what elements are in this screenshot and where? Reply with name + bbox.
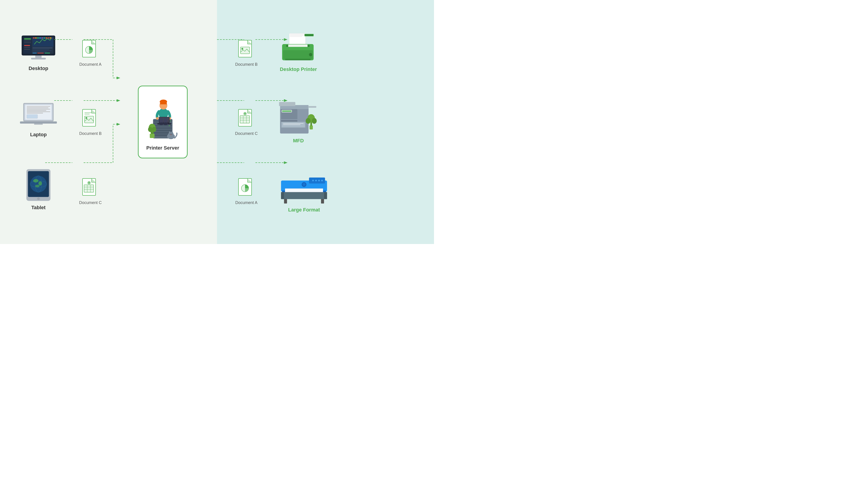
doc-a-left-icon bbox=[81, 39, 99, 59]
svg-point-190 bbox=[303, 183, 305, 186]
doc-c-left-icon bbox=[81, 177, 99, 198]
svg-rect-13 bbox=[33, 49, 49, 50]
large-format-icon bbox=[278, 169, 330, 205]
svg-point-44 bbox=[30, 176, 47, 193]
large-format-label: Large Format bbox=[288, 207, 320, 213]
svg-rect-146 bbox=[290, 35, 305, 36]
svg-rect-158 bbox=[279, 102, 296, 106]
svg-point-175 bbox=[312, 118, 317, 124]
svg-point-110 bbox=[163, 123, 168, 125]
doc-a-right-item: Document A bbox=[235, 177, 257, 205]
svg-rect-26 bbox=[46, 37, 47, 39]
svg-rect-6 bbox=[24, 41, 31, 41]
left-panel: Desktop bbox=[0, 0, 217, 244]
svg-rect-34 bbox=[27, 109, 50, 109]
svg-rect-149 bbox=[305, 35, 313, 36]
svg-rect-166 bbox=[283, 125, 301, 125]
svg-point-93 bbox=[168, 132, 174, 136]
doc-b-right-icon bbox=[237, 39, 255, 59]
svg-point-182 bbox=[315, 180, 317, 182]
svg-rect-79 bbox=[154, 127, 172, 129]
svg-rect-17 bbox=[37, 53, 43, 54]
svg-rect-25 bbox=[43, 37, 45, 39]
svg-point-174 bbox=[306, 118, 311, 124]
svg-rect-171 bbox=[310, 125, 313, 129]
svg-rect-37 bbox=[27, 113, 43, 113]
doc-b-left-item: Document B bbox=[79, 108, 101, 136]
desktop-printer-icon bbox=[278, 31, 319, 65]
svg-rect-68 bbox=[84, 185, 94, 192]
svg-rect-169 bbox=[282, 131, 305, 131]
svg-rect-23 bbox=[39, 37, 41, 39]
svg-rect-27 bbox=[48, 37, 49, 39]
svg-rect-1 bbox=[31, 58, 46, 59]
svg-rect-178 bbox=[321, 199, 324, 203]
svg-point-102 bbox=[156, 117, 158, 120]
svg-point-184 bbox=[321, 180, 323, 182]
svg-rect-147 bbox=[290, 36, 302, 37]
tablet-icon bbox=[25, 168, 52, 202]
laptop-icon bbox=[18, 102, 59, 129]
mfd-icon bbox=[278, 98, 319, 136]
doc-b-right-label: Document B bbox=[235, 62, 257, 67]
doc-a-right-icon bbox=[237, 177, 255, 198]
svg-rect-87 bbox=[150, 134, 155, 138]
printer-desktop-item: Desktop Printer bbox=[278, 31, 319, 72]
svg-point-154 bbox=[309, 53, 312, 56]
doc-c-right-label: Document C bbox=[235, 131, 258, 136]
server-label: Printer Server bbox=[146, 145, 179, 151]
laptop-label: Laptop bbox=[30, 132, 46, 138]
doc-c-right-item: Document C bbox=[235, 108, 258, 136]
svg-rect-188 bbox=[281, 192, 327, 199]
svg-rect-162 bbox=[281, 121, 298, 122]
svg-point-181 bbox=[312, 180, 314, 182]
svg-rect-35 bbox=[27, 110, 46, 111]
doc-a-left-label: Document A bbox=[79, 62, 101, 67]
svg-rect-40 bbox=[20, 121, 57, 124]
doc-a-right-label: Document A bbox=[235, 200, 257, 205]
svg-point-50 bbox=[37, 197, 40, 200]
svg-point-61 bbox=[86, 117, 87, 119]
doc-b-right-item: Document B bbox=[235, 39, 257, 67]
doc-a-left-item: Document A bbox=[79, 39, 101, 67]
printers-column: Desktop Printer bbox=[278, 18, 330, 226]
svg-rect-170 bbox=[282, 131, 305, 132]
svg-point-97 bbox=[171, 134, 172, 135]
svg-rect-18 bbox=[45, 53, 50, 54]
docs-right-column: Document B Document bbox=[228, 18, 265, 226]
svg-rect-33 bbox=[27, 107, 49, 108]
svg-point-127 bbox=[241, 48, 243, 50]
svg-rect-28 bbox=[50, 37, 51, 39]
svg-point-86 bbox=[168, 125, 170, 126]
devices-column: Desktop bbox=[13, 18, 63, 226]
svg-rect-32 bbox=[27, 106, 50, 107]
desktop-printer-label: Desktop Printer bbox=[280, 66, 317, 72]
server-center: Printer Server bbox=[108, 86, 217, 158]
mfd-label: MFD bbox=[293, 138, 304, 144]
svg-point-101 bbox=[160, 100, 167, 104]
svg-rect-80 bbox=[154, 130, 172, 131]
svg-rect-9 bbox=[24, 47, 30, 48]
svg-point-183 bbox=[318, 180, 320, 182]
svg-rect-21 bbox=[35, 37, 37, 39]
doc-c-right-icon bbox=[237, 108, 255, 129]
doc-b-left-label: Document B bbox=[79, 131, 101, 136]
device-desktop: Desktop bbox=[18, 33, 59, 71]
printer-mfd-item: MFD bbox=[278, 98, 319, 144]
svg-rect-153 bbox=[283, 50, 313, 59]
svg-rect-7 bbox=[24, 42, 31, 43]
svg-point-96 bbox=[170, 134, 170, 135]
svg-rect-168 bbox=[282, 129, 305, 130]
svg-point-84 bbox=[170, 121, 171, 122]
svg-rect-167 bbox=[282, 129, 305, 129]
right-panel: Document B Document bbox=[217, 0, 434, 244]
desktop-label: Desktop bbox=[29, 66, 49, 71]
svg-rect-22 bbox=[37, 37, 39, 39]
svg-rect-10 bbox=[24, 49, 30, 50]
svg-rect-16 bbox=[33, 53, 37, 54]
svg-rect-41 bbox=[34, 124, 43, 125]
svg-rect-176 bbox=[308, 106, 316, 108]
svg-rect-152 bbox=[288, 44, 308, 47]
server-box: Printer Server bbox=[138, 86, 188, 158]
svg-point-48 bbox=[38, 181, 42, 186]
